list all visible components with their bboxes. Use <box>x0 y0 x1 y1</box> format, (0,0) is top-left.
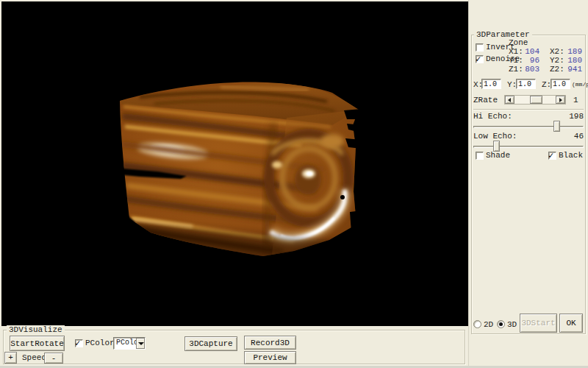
low-echo-track <box>473 146 584 148</box>
pcolor-dropdown-button[interactable] <box>136 338 145 349</box>
zone-y1-value: 96 <box>522 56 539 65</box>
zrate-left-arrow-button[interactable] <box>505 96 514 104</box>
pcolor-checkbox[interactable] <box>75 339 83 347</box>
zone-z2-label: Z2: <box>550 65 564 74</box>
3dstart-button[interactable]: 3DStart <box>520 314 557 333</box>
record-button[interactable]: Record3D <box>244 336 296 350</box>
separator-line <box>473 109 584 110</box>
zrate-label: ZRate <box>473 96 498 105</box>
speed-plus-button[interactable]: + <box>4 352 17 364</box>
3d-viewport[interactable] <box>1 1 468 326</box>
radio-2d-label: 2D <box>484 320 493 329</box>
black-label: Black <box>559 151 583 160</box>
low-echo-label: Low Echo: <box>473 132 517 141</box>
invert-checkbox[interactable] <box>476 43 484 52</box>
pcolor-label: PColor <box>85 339 115 347</box>
hi-echo-value: 198 <box>554 112 584 121</box>
zone-title: Zone <box>509 38 528 47</box>
start-rotate-button[interactable]: StartRotate <box>10 336 65 351</box>
zone-z1-label: Z1: <box>509 65 523 74</box>
low-echo-thumb[interactable] <box>493 141 500 152</box>
preview-button[interactable]: Preview <box>244 351 296 364</box>
radio-3d[interactable] <box>497 320 505 328</box>
zone-y1-label: Y1: <box>509 56 523 65</box>
speed-label: Speed <box>22 353 46 362</box>
application-window: 3DParameter Invert Denoise Zone X1: 104 … <box>0 0 588 368</box>
zone-x2-value: 189 <box>564 47 582 56</box>
scale-y-input[interactable] <box>516 79 536 89</box>
zone-y2-value: 180 <box>564 56 582 65</box>
low-echo-value: 46 <box>554 132 584 141</box>
ok-button[interactable]: OK <box>559 314 583 333</box>
shade-checkbox[interactable] <box>476 152 484 160</box>
radio-3d-label: 3D <box>507 320 517 329</box>
black-checkbox[interactable] <box>548 152 556 160</box>
arrow-right-icon <box>559 98 562 102</box>
scale-z-input[interactable] <box>551 79 570 89</box>
zone-y2-label: Y2: <box>550 56 564 65</box>
zrate-thumb[interactable] <box>530 96 542 104</box>
zrate-right-arrow-button[interactable] <box>556 96 565 104</box>
scale-unit-label: (mm/p) <box>572 81 588 88</box>
zone-z1-value: 803 <box>522 65 539 74</box>
shade-label: Shade <box>486 151 510 160</box>
hi-echo-track <box>473 126 584 128</box>
scale-x-input[interactable] <box>481 79 501 89</box>
capture-button[interactable]: 3DCapture <box>184 336 237 351</box>
zone-x2-label: X2: <box>550 47 564 56</box>
pcolor-dropdown[interactable]: PColor <box>113 337 146 350</box>
speed-minus-button[interactable]: - <box>44 353 63 364</box>
zone-x1-value: 104 <box>522 47 539 56</box>
radio-2d[interactable] <box>473 320 481 328</box>
zone-z2-value: 941 <box>564 65 582 74</box>
hi-echo-thumb[interactable] <box>553 121 560 132</box>
group-title-3dvisualize: 3DVisualize <box>7 325 65 334</box>
chevron-down-icon <box>138 342 144 345</box>
hi-echo-label: Hi Echo: <box>473 112 512 121</box>
arrow-left-icon <box>508 98 511 102</box>
hi-echo-slider[interactable] <box>473 121 584 132</box>
denoise-checkbox[interactable] <box>476 55 484 63</box>
visualize-panel: 3DVisualize StartRotate + Speed - PColor… <box>0 326 468 366</box>
zone-x1-label: X1: <box>509 47 523 56</box>
volume-render <box>1 1 468 326</box>
group-box-3dvisualize: 3DVisualize StartRotate + Speed - PColor… <box>3 330 465 364</box>
zrate-value: 1 <box>573 96 578 105</box>
parameter-panel: 3DParameter Invert Denoise Zone X1: 104 … <box>468 0 588 368</box>
group-box-3dparameter: 3DParameter Invert Denoise Zone X1: 104 … <box>471 35 586 334</box>
zrate-scrollbar[interactable] <box>504 95 566 105</box>
